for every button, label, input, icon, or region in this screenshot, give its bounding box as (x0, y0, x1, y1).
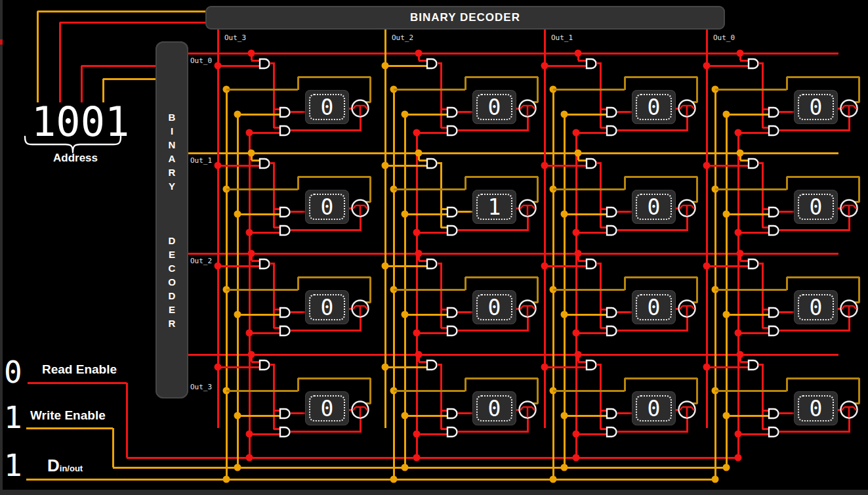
transistor-icon[interactable] (350, 98, 370, 118)
memory-cell-display[interactable]: 0 (305, 190, 349, 224)
write-and-gate[interactable] (279, 206, 292, 218)
write-enable-wire (26, 427, 113, 429)
junction-dot (234, 464, 241, 471)
write-and-gate[interactable] (446, 307, 459, 318)
write-and-gate[interactable] (446, 206, 459, 218)
cell-write-wire (726, 114, 769, 116)
read-and-gate[interactable] (606, 225, 619, 236)
transistor-icon[interactable] (518, 400, 537, 420)
memory-cell-display[interactable]: 0 (305, 391, 349, 425)
memory-cell-display[interactable]: 0 (305, 90, 349, 124)
write-and-gate[interactable] (768, 106, 781, 118)
transistor-icon[interactable] (350, 400, 370, 420)
transistor-icon[interactable] (677, 299, 697, 318)
cell-write-wire (617, 412, 633, 414)
transistor-icon[interactable] (839, 299, 859, 318)
read-and-gate[interactable] (446, 225, 459, 236)
cell-select-wire (385, 65, 427, 67)
cell-write-wire (405, 415, 447, 417)
memory-cell-display[interactable]: 0 (632, 90, 676, 124)
write-enable-input-value[interactable]: 1 (4, 404, 22, 431)
cell-select-wire (273, 263, 275, 328)
cell-write-wire (238, 314, 280, 316)
address-bit-wire (103, 78, 155, 80)
read-and-gate[interactable] (768, 125, 781, 137)
write-and-gate[interactable] (446, 408, 459, 420)
cell-loop-wire (465, 377, 538, 379)
row-label-Out_1: Out_1 (190, 156, 212, 165)
cell-write-wire (779, 111, 795, 113)
memory-cell-value: 0 (309, 294, 345, 320)
junction-dot (413, 454, 421, 462)
transistor-icon[interactable] (677, 98, 697, 118)
read-and-gate[interactable] (606, 325, 619, 337)
read-and-gate[interactable] (279, 225, 292, 236)
memory-cell-display[interactable]: 0 (632, 391, 676, 425)
read-and-gate[interactable] (768, 426, 781, 438)
memory-cell-display[interactable]: 0 (472, 290, 516, 324)
memory-cell-display[interactable]: 0 (794, 391, 838, 425)
read-and-gate[interactable] (446, 125, 459, 137)
read-and-gate[interactable] (768, 225, 781, 236)
write-and-gate[interactable] (768, 206, 781, 218)
data-input-value[interactable]: 1 (4, 452, 22, 479)
cell-loop-wire (465, 177, 466, 190)
read-and-gate[interactable] (606, 125, 619, 137)
write-and-gate[interactable] (279, 408, 292, 420)
write-and-gate[interactable] (279, 307, 292, 318)
memory-cell-display[interactable]: 0 (794, 90, 838, 124)
transistor-icon[interactable] (518, 299, 537, 318)
memory-cell-display[interactable]: 0 (472, 90, 516, 124)
edge-red-tick (0, 39, 3, 45)
read-enable-input-value[interactable]: 0 (4, 359, 22, 385)
transistor-icon[interactable] (518, 98, 537, 118)
read-and-gate[interactable] (446, 426, 459, 438)
cell-loop-wire (394, 289, 465, 291)
left-binary-decoder[interactable]: BINARYDECODER (155, 41, 188, 398)
read-and-gate[interactable] (768, 325, 781, 337)
cell-read-wire (617, 330, 688, 332)
read-and-gate[interactable] (279, 325, 292, 337)
transistor-icon[interactable] (839, 400, 859, 420)
top-binary-decoder[interactable]: BINARY DECODER (205, 6, 725, 30)
cell-write-wire (458, 311, 474, 313)
memory-cell-display[interactable]: 0 (305, 290, 349, 324)
transistor-icon[interactable] (350, 299, 370, 318)
cell-read-wire (686, 217, 688, 230)
data-column-wire (393, 89, 395, 479)
cell-loop-wire (624, 378, 626, 391)
transistor-icon[interactable] (350, 198, 370, 218)
write-and-gate[interactable] (606, 106, 619, 118)
read-and-gate[interactable] (606, 426, 619, 438)
column-label-Out_3: Out_3 (224, 33, 246, 42)
cell-read-wire (738, 132, 769, 134)
memory-cell-display[interactable]: 0 (472, 391, 516, 425)
memory-cell-display[interactable]: 0 (632, 190, 676, 224)
write-and-gate[interactable] (768, 408, 781, 420)
read-and-gate[interactable] (279, 125, 292, 137)
cell-select-wire (385, 366, 427, 368)
memory-cell-display[interactable]: 0 (794, 190, 838, 224)
transistor-icon[interactable] (518, 198, 537, 218)
transistor-icon[interactable] (677, 400, 697, 420)
transistor-icon[interactable] (677, 198, 697, 218)
write-and-gate[interactable] (279, 106, 292, 118)
write-and-gate[interactable] (768, 307, 781, 318)
address-bit-wire (60, 22, 205, 24)
cell-loop-wire (624, 77, 626, 90)
cell-write-wire (405, 114, 447, 116)
write-and-gate[interactable] (446, 106, 459, 118)
memory-cell-display[interactable]: 1 (472, 190, 516, 224)
write-and-gate[interactable] (606, 307, 619, 318)
write-and-gate[interactable] (606, 408, 619, 420)
transistor-icon[interactable] (839, 98, 859, 118)
row-label-Out_2: Out_2 (190, 257, 212, 265)
read-and-gate[interactable] (446, 325, 459, 337)
column-label-Out_1: Out_1 (551, 33, 573, 42)
memory-cell-display[interactable]: 0 (794, 290, 838, 324)
left-decoder-letter: B (169, 110, 176, 124)
memory-cell-display[interactable]: 0 (632, 290, 676, 324)
transistor-icon[interactable] (839, 198, 859, 218)
read-and-gate[interactable] (279, 426, 292, 438)
write-and-gate[interactable] (606, 206, 619, 218)
